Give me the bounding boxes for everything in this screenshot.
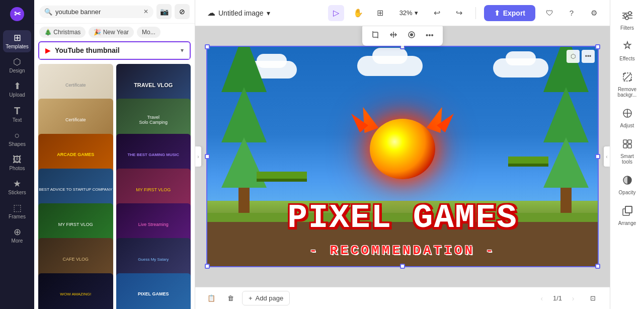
sidebar-item-upload[interactable]: ⬆ Upload <box>3 79 31 101</box>
expand-icon: ⊡ <box>590 294 596 302</box>
add-page-button[interactable]: + Add page <box>242 291 290 305</box>
settings-button[interactable]: ⚙ <box>586 5 602 21</box>
sidebar-item-label: Text <box>13 117 22 123</box>
category-more[interactable]: Mo... <box>137 27 160 38</box>
canvas-image[interactable]: PIXEL GAMES - RECOMMENDATION - <box>206 46 599 267</box>
opacity-icon <box>622 175 633 188</box>
more-options-button[interactable]: ••• <box>422 27 438 43</box>
shield-icon-button[interactable]: 🛡 <box>541 5 557 21</box>
zoom-level: 32% <box>399 9 413 17</box>
chevron-down-icon: ▾ <box>415 9 418 17</box>
cloud-2 <box>357 56 423 76</box>
sidebar-item-more[interactable]: ⊕ More <box>3 224 31 247</box>
category-newyear[interactable]: 🎉 New Year <box>89 27 134 38</box>
remove-bg-label: Removebackgr... <box>618 87 637 98</box>
right-sidebar: Filters Effects Removebackgr... Adjust <box>610 0 644 309</box>
collapse-handle[interactable]: › <box>195 146 201 167</box>
right-tool-filters[interactable]: Filters <box>613 6 641 35</box>
page-nav: ‹ 1/1 › <box>535 291 580 305</box>
section-header[interactable]: ▶ YouTube thumbnail ▾ <box>39 42 190 59</box>
svg-rect-21 <box>628 140 631 143</box>
effects-label: Effects <box>619 56 634 61</box>
category-christmas[interactable]: 🎄 Christmas <box>39 27 86 38</box>
filters-label: Filters <box>620 25 634 31</box>
sidebar-item-design[interactable]: ⬡ Design <box>3 54 31 76</box>
right-tool-smart[interactable]: Smarttools <box>613 134 641 169</box>
right-tool-opacity[interactable]: Opacity <box>613 171 641 199</box>
chevron-down-icon: ▾ <box>267 9 270 17</box>
opacity-label: Opacity <box>619 190 636 195</box>
sidebar-item-templates[interactable]: ⊞ Templates <box>3 30 31 52</box>
trash-icon: 🗑 <box>227 294 234 302</box>
expand-button[interactable]: ⬡ <box>567 50 580 63</box>
copy-page-button[interactable]: 📋 <box>203 291 219 305</box>
close-search-icon[interactable]: ✕ <box>143 8 148 15</box>
svg-rect-2 <box>373 32 378 37</box>
main-area: ☁ Untitled image ▾ ▷ ✋ ⊞ 32% ▾ ↩ ↪ ⬆ Exp… <box>195 0 610 309</box>
help-button[interactable]: ? <box>564 5 580 21</box>
document-name-button[interactable]: ☁ Untitled image ▾ <box>203 6 274 20</box>
export-button[interactable]: ⬆ Export <box>484 5 535 21</box>
search-input-wrap[interactable]: 🔍 ✕ <box>39 6 153 18</box>
sidebar-item-stickers[interactable]: ★ Stickers <box>3 176 31 198</box>
right-tool-adjust[interactable]: Adjust <box>613 104 641 132</box>
right-collapse-handle[interactable]: ‹ <box>604 146 610 167</box>
canvas-title: PIXEL GAMES <box>287 199 518 237</box>
template-card[interactable]: WOW AMAZING! <box>38 273 113 309</box>
platform-left <box>257 172 307 182</box>
section-header-wrap: ▶ YouTube thumbnail ▾ <box>38 41 191 60</box>
more-icon: ⊕ <box>14 227 21 237</box>
svg-rect-23 <box>628 144 631 148</box>
adjust-icon <box>622 108 633 121</box>
adjust-label: Adjust <box>620 123 634 128</box>
mask-button[interactable] <box>404 27 420 43</box>
filters-icon <box>622 10 633 24</box>
undo-button[interactable]: ↩ <box>429 5 445 21</box>
fireball <box>367 116 438 182</box>
design-icon: ⬡ <box>13 57 21 66</box>
fireball-body <box>370 119 435 179</box>
sidebar-item-frames[interactable]: ⬚ Frames <box>3 200 31 222</box>
right-tool-remove-bg[interactable]: Removebackgr... <box>613 67 641 102</box>
filter-button[interactable]: ⊘ <box>175 4 190 19</box>
sidebar-item-label: Templates <box>6 44 29 49</box>
crop-button[interactable] <box>367 27 383 43</box>
smart-tools-label: Smarttools <box>620 153 634 165</box>
text-icon: T <box>14 106 20 116</box>
copy-icon: 📋 <box>207 294 215 302</box>
upload-icon: ⬆ <box>14 82 21 91</box>
svg-text:✂: ✂ <box>14 10 21 18</box>
next-page-button[interactable]: › <box>566 291 580 305</box>
section-chevron-icon[interactable]: ▾ <box>181 47 184 54</box>
sidebar-item-label: Frames <box>9 214 26 219</box>
flip-button[interactable] <box>385 27 401 43</box>
zoom-button[interactable]: 32% ▾ <box>394 7 423 19</box>
hand-tool-button[interactable]: ✋ <box>350 5 366 21</box>
pixel-canvas: PIXEL GAMES - RECOMMENDATION - <box>206 46 599 267</box>
more-canvas-options-button[interactable]: ••• <box>582 50 595 63</box>
template-card[interactable]: PIXEL GAMES <box>116 273 191 309</box>
svg-point-13 <box>625 17 628 20</box>
pointer-tool-button[interactable]: ▷ <box>328 5 344 21</box>
redo-button[interactable]: ↪ <box>451 5 467 21</box>
photos-icon: 🖼 <box>13 155 22 164</box>
sidebar-item-label: Design <box>9 68 25 73</box>
delete-page-button[interactable]: 🗑 <box>223 291 238 305</box>
sidebar-item-shapes[interactable]: ○ Shapes <box>3 128 31 150</box>
sidebar-item-text[interactable]: T Text <box>3 103 31 126</box>
expand-view-button[interactable]: ⊡ <box>584 291 602 305</box>
logo-button[interactable]: ✂ <box>7 4 27 24</box>
prev-page-button[interactable]: ‹ <box>535 291 549 305</box>
tree-left <box>221 46 267 213</box>
frame-tool-button[interactable]: ⊞ <box>372 5 388 21</box>
search-input[interactable] <box>55 8 140 16</box>
right-tool-effects[interactable]: Effects <box>613 37 641 65</box>
right-tool-arrange[interactable]: Arrange <box>613 201 641 230</box>
cloud-3 <box>493 58 548 78</box>
svg-point-6 <box>410 33 413 36</box>
sidebar-item-photos[interactable]: 🖼 Photos <box>3 152 31 174</box>
page-indicator: 1/1 <box>553 294 562 302</box>
document-name: Untitled image <box>218 9 264 17</box>
camera-search-button[interactable]: 📷 <box>156 4 172 19</box>
canvas-corner-icons: ⬡ ••• <box>567 50 595 63</box>
